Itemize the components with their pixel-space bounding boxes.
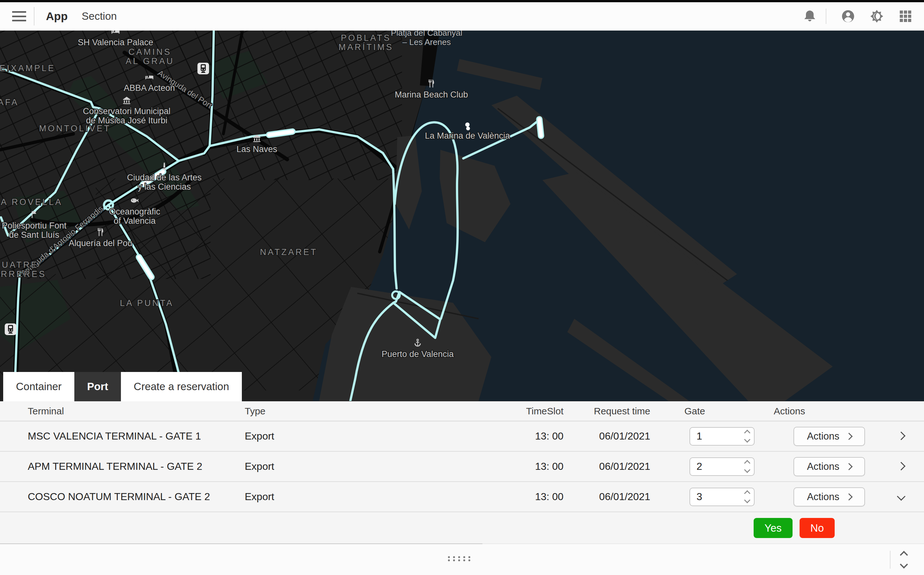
map-label: POBLATSMARÍTIMS xyxy=(339,33,393,52)
table-row: MSC VALENCIA TERMINAL - GATE 1 Export 13… xyxy=(0,421,924,452)
svg-text:Marina Beach Club: Marina Beach Club xyxy=(395,90,468,99)
header-actions: Actions xyxy=(743,406,862,416)
app-window: App Section xyxy=(0,0,924,575)
gate-input-field[interactable] xyxy=(696,461,735,472)
svg-text:POBLATS: POBLATS xyxy=(341,33,391,43)
map[interactable]: SH Valencia PalaceCAMINSAL GRAUPOBLATSMA… xyxy=(0,30,924,401)
svg-text:LA PUNTA: LA PUNTA xyxy=(120,298,174,308)
chevron-right-icon xyxy=(846,463,853,470)
cell-terminal: COSCO NOATUM TERMINAL - GATE 2 xyxy=(0,491,244,503)
cell-type: Export xyxy=(244,461,384,472)
svg-text:Conservatori Municipal: Conservatori Municipal xyxy=(83,106,171,116)
tab-container[interactable]: Container xyxy=(3,372,74,401)
gate-input-field[interactable] xyxy=(696,430,735,442)
cell-request-time: 06/01/2021 xyxy=(570,430,657,442)
svg-text:AL GRAU: AL GRAU xyxy=(126,56,175,66)
map-label xyxy=(5,324,16,335)
no-button[interactable]: No xyxy=(800,518,835,538)
svg-text:MARÍTIMS: MARÍTIMS xyxy=(339,42,393,52)
svg-text:NA ROVELLA: NA ROVELLA xyxy=(0,197,62,207)
svg-text:La Marina de València: La Marina de València xyxy=(425,131,510,141)
svg-text:AFA: AFA xyxy=(0,97,19,107)
yes-button[interactable]: Yes xyxy=(754,518,793,538)
svg-text:Ciudad de las Artes: Ciudad de las Artes xyxy=(127,173,202,182)
table-header-row: Terminal Type TimeSlot Request time Gate… xyxy=(0,401,924,421)
cell-request-time: 06/01/2021 xyxy=(570,461,657,472)
panel-resize-control[interactable] xyxy=(899,552,909,568)
svg-text:CARRERES: CARRERES xyxy=(0,269,46,279)
topbar-divider xyxy=(34,7,35,25)
svg-text:– Les Arenes: – Les Arenes xyxy=(402,37,451,47)
bottom-panel-tabs: Container Port Create a reservation xyxy=(3,372,242,401)
topbar-right-icons xyxy=(788,9,913,24)
map-label: NA ROVELLA xyxy=(0,197,62,207)
tab-port[interactable]: Port xyxy=(74,372,121,401)
app-title: App xyxy=(46,10,68,23)
map-label: LA PUNTA xyxy=(120,298,174,308)
bottom-bar xyxy=(0,543,924,575)
cell-type: Export xyxy=(244,430,384,442)
header-type: Type xyxy=(244,406,384,416)
chevron-up-icon xyxy=(900,551,908,559)
table-row: APM TERMINAL TERMINAL - GATE 2 Export 13… xyxy=(0,452,924,482)
menu-item-section[interactable]: Section xyxy=(82,10,117,22)
actions-button[interactable]: Actions xyxy=(793,457,865,476)
svg-text:MONTOLIVET: MONTOLIVET xyxy=(39,124,111,133)
svg-text:Las Naves: Las Naves xyxy=(236,145,277,154)
cell-type: Export xyxy=(244,491,384,503)
header-timeslot: TimeSlot xyxy=(384,406,570,416)
map-label: EIXAMPLE xyxy=(0,64,56,73)
svg-text:Alquería del Pou: Alquería del Pou xyxy=(69,238,132,248)
table-row: COSCO NOATUM TERMINAL - GATE 2 Export 13… xyxy=(0,482,924,512)
svg-text:Platja del Cabanyal: Platja del Cabanyal xyxy=(391,30,462,38)
cell-request-time: 06/01/2021 xyxy=(570,491,657,503)
gate-input-field[interactable] xyxy=(696,491,735,503)
confirm-row: Yes No xyxy=(0,512,924,544)
svg-text:Oceanogràfic: Oceanogràfic xyxy=(109,207,161,216)
row-expand-chevron[interactable] xyxy=(895,490,907,504)
svg-text:EIXAMPLE: EIXAMPLE xyxy=(0,64,56,73)
actions-button[interactable]: Actions xyxy=(793,488,865,507)
header-terminal: Terminal xyxy=(0,406,244,416)
rail-map-icon xyxy=(198,63,209,74)
dot-map-icon xyxy=(465,122,470,127)
map-label xyxy=(198,63,209,74)
drag-handle-icon[interactable] xyxy=(448,556,473,562)
map-label: NATZARET xyxy=(260,247,318,257)
row-expand-chevron[interactable] xyxy=(895,460,907,473)
actions-button[interactable]: Actions xyxy=(793,427,865,446)
apps-grid-icon[interactable] xyxy=(899,9,913,23)
marina-dot-marker xyxy=(466,127,470,130)
window-edge xyxy=(0,0,924,2)
account-avatar-icon[interactable] xyxy=(841,9,855,23)
map-label: CAMINSAL GRAU xyxy=(126,47,175,66)
svg-text:y las Ciencias: y las Ciencias xyxy=(138,182,191,192)
hamburger-menu-icon[interactable] xyxy=(12,11,26,21)
cell-timeslot: 13: 00 xyxy=(384,430,570,442)
port-reservations-table: Terminal Type TimeSlot Request time Gate… xyxy=(0,401,924,543)
top-app-bar: App Section xyxy=(0,2,924,30)
map-label: AFA xyxy=(0,97,19,107)
svg-text:Poliesportiu Font: Poliesportiu Font xyxy=(2,221,67,230)
chevron-down-icon xyxy=(900,560,908,568)
svg-text:of Valencia: of Valencia xyxy=(113,216,156,226)
cell-timeslot: 13: 00 xyxy=(384,491,570,503)
svg-text:NATZARET: NATZARET xyxy=(260,247,318,257)
svg-text:QUATRE: QUATRE xyxy=(0,260,38,270)
header-gate: Gate xyxy=(657,406,743,416)
dark-mode-toggle-icon[interactable] xyxy=(870,9,884,23)
svg-text:Puerto de Valencia: Puerto de Valencia xyxy=(382,349,454,359)
svg-text:CAMINS: CAMINS xyxy=(128,47,171,57)
cell-timeslot: 13: 00 xyxy=(384,461,570,472)
chevron-right-icon xyxy=(846,493,853,500)
cell-terminal: MSC VALENCIA TERMINAL - GATE 1 xyxy=(0,430,244,442)
row-expand-chevron[interactable] xyxy=(895,430,907,443)
map-label: MONTOLIVET xyxy=(39,124,111,133)
tab-create-reservation[interactable]: Create a reservation xyxy=(121,372,242,401)
bell-icon[interactable] xyxy=(803,9,817,23)
footer-divider xyxy=(890,551,891,569)
footer-border-left xyxy=(0,543,483,544)
footer-border-right xyxy=(483,543,924,544)
chevron-right-icon xyxy=(846,432,853,440)
svg-text:ABBA Acteon: ABBA Acteon xyxy=(124,83,175,93)
